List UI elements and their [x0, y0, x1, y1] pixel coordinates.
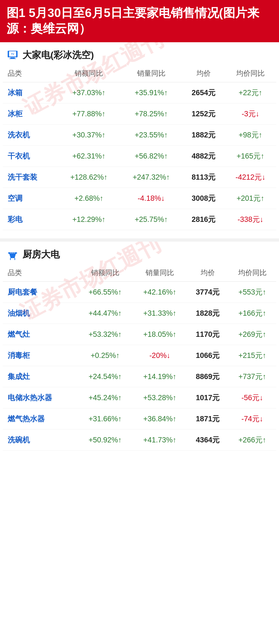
- cell-vol-yoy: +18.05%↑: [132, 324, 187, 345]
- col2-header-price: 均价: [187, 264, 228, 282]
- cell-price-yoy: +201元↑: [225, 188, 276, 209]
- cell-price-yoy: -3元↓: [225, 103, 276, 125]
- cell-name: 燃气热水器: [3, 408, 78, 430]
- svg-rect-2: [10, 58, 15, 58]
- cell-vol-yoy: -20%↓: [132, 345, 187, 366]
- col-header-price-yoy: 均价同比: [225, 65, 276, 82]
- cell-price-yoy: -4212元↓: [225, 167, 276, 188]
- svg-point-11: [12, 253, 13, 253]
- cell-price: 1170元: [187, 324, 228, 345]
- cell-price-yoy: +165元↑: [225, 146, 276, 167]
- section1-title: 大家电(彩冰洗空): [22, 49, 94, 61]
- table-row: 消毒柜 +0.25%↑ -20%↓ 1066元 +215元↑: [3, 345, 276, 366]
- svg-text:TV: TV: [11, 53, 14, 55]
- cell-vol-yoy: +78.25%↑: [120, 103, 182, 125]
- cell-sales-yoy: +24.54%↑: [78, 366, 132, 387]
- cell-sales-yoy: +77.88%↑: [58, 103, 120, 125]
- cell-price: 1066元: [187, 345, 228, 366]
- table-row: 洗干套装 +128.62%↑ +247.32%↑ 8113元 -4212元↓: [3, 167, 276, 188]
- section-divider: [0, 238, 279, 242]
- section2-table-header-row: 品类 销额同比 销量同比 均价 均价同比: [3, 264, 276, 282]
- table-row: 冰箱 +37.03%↑ +35.91%↑ 2654元 +22元↑: [3, 82, 276, 103]
- cell-price-yoy: -338元↓: [225, 209, 276, 230]
- cell-vol-yoy: +31.33%↑: [132, 303, 187, 324]
- cell-name: 冰柜: [3, 103, 58, 125]
- cell-name: 洗衣机: [3, 125, 58, 146]
- cell-name: 洗干套装: [3, 167, 58, 188]
- cell-price: 3008元: [183, 188, 225, 209]
- cell-price: 3774元: [187, 282, 228, 303]
- cell-price-yoy: +98元↑: [225, 125, 276, 146]
- section-kitchen-appliances: 证券市场红週刊 厨房大电 品类 销额同比 销量同比: [0, 242, 279, 459]
- table-row: 集成灶 +24.54%↑ +14.19%↑ 8869元 +737元↑: [3, 366, 276, 387]
- page-header: 图1 5月30日至6月5日主要家电销售情况(图片来源：奥维云网）: [0, 0, 279, 42]
- cell-price-yoy: -56元↓: [228, 387, 276, 408]
- section1-table: 品类 销额同比 销量同比 均价 均价同比 冰箱 +37.03%↑ +35.91%…: [3, 65, 276, 230]
- table-row: 燃气热水器 +31.66%↑ +36.84%↑ 1871元 -74元↓: [3, 408, 276, 430]
- cell-price: 8113元: [183, 167, 225, 188]
- cell-name: 洗碗机: [3, 430, 78, 451]
- cell-name: 厨电套餐: [3, 282, 78, 303]
- cell-name: 集成灶: [3, 366, 78, 387]
- table-row: 电储水热水器 +45.24%↑ +53.28%↑ 1017元 -56元↓: [3, 387, 276, 408]
- cell-price-yoy: -74元↓: [228, 408, 276, 430]
- cell-price-yoy: +737元↑: [228, 366, 276, 387]
- cell-price-yoy: +266元↑: [228, 430, 276, 451]
- col2-header-sales-yoy: 销额同比: [78, 264, 132, 282]
- section1-table-wrap: 品类 销额同比 销量同比 均价 均价同比 冰箱 +37.03%↑ +35.91%…: [0, 65, 279, 230]
- cell-name: 油烟机: [3, 303, 78, 324]
- svg-point-12: [14, 253, 15, 253]
- page-title: 图1 5月30日至6月5日主要家电销售情况(图片来源：奥维云网）: [7, 5, 272, 36]
- col-header-vol-yoy: 销量同比: [120, 65, 182, 82]
- col2-header-price-yoy: 均价同比: [228, 264, 276, 282]
- cell-price-yoy: +553元↑: [228, 282, 276, 303]
- table-row: 彩电 +12.29%↑ +25.75%↑ 2816元 -338元↓: [3, 209, 276, 230]
- col-header-price: 均价: [183, 65, 225, 82]
- cell-vol-yoy: +247.32%↑: [120, 167, 182, 188]
- table-row: 空调 +2.68%↑ -4.18%↓ 3008元 +201元↑: [3, 188, 276, 209]
- cell-price-yoy: +269元↑: [228, 324, 276, 345]
- cell-sales-yoy: +62.31%↑: [58, 146, 120, 167]
- cell-price: 4882元: [183, 146, 225, 167]
- cell-sales-yoy: +53.32%↑: [78, 324, 132, 345]
- cell-sales-yoy: +30.37%↑: [58, 125, 120, 146]
- cell-name: 干衣机: [3, 146, 58, 167]
- table-row: 厨电套餐 +66.55%↑ +42.16%↑ 3774元 +553元↑: [3, 282, 276, 303]
- cell-vol-yoy: +41.73%↑: [132, 430, 187, 451]
- cell-sales-yoy: +37.03%↑: [58, 82, 120, 103]
- col2-header-category: 品类: [3, 264, 78, 282]
- cell-vol-yoy: +53.28%↑: [132, 387, 187, 408]
- cell-price: 2816元: [183, 209, 225, 230]
- cell-price-yoy: +215元↑: [228, 345, 276, 366]
- cell-sales-yoy: +66.55%↑: [78, 282, 132, 303]
- col-header-category: 品类: [3, 65, 58, 82]
- range-hood-icon: [7, 248, 19, 261]
- cell-price-yoy: +166元↑: [228, 303, 276, 324]
- svg-rect-7: [10, 257, 15, 258]
- table-row: 冰柜 +77.88%↑ +78.25%↑ 1252元 -3元↓: [3, 103, 276, 125]
- section2-table-wrap: 品类 销额同比 销量同比 均价 均价同比 厨电套餐 +66.55%↑ +42.1…: [0, 264, 279, 451]
- cell-price: 1252元: [183, 103, 225, 125]
- cell-sales-yoy: +12.29%↑: [58, 209, 120, 230]
- cell-vol-yoy: +14.19%↑: [132, 366, 187, 387]
- cell-sales-yoy: +0.25%↑: [78, 345, 132, 366]
- cell-price: 8869元: [187, 366, 228, 387]
- cell-price: 1882元: [183, 125, 225, 146]
- table-row: 油烟机 +44.47%↑ +31.33%↑ 1828元 +166元↑: [3, 303, 276, 324]
- cell-name: 彩电: [3, 209, 58, 230]
- cell-sales-yoy: +2.68%↑: [58, 188, 120, 209]
- cell-sales-yoy: +31.66%↑: [78, 408, 132, 430]
- cell-vol-yoy: -4.18%↓: [120, 188, 182, 209]
- cell-sales-yoy: +44.47%↑: [78, 303, 132, 324]
- cell-vol-yoy: +36.84%↑: [132, 408, 187, 430]
- cell-sales-yoy: +50.92%↑: [78, 430, 132, 451]
- table-row: 洗衣机 +30.37%↑ +23.55%↑ 1882元 +98元↑: [3, 125, 276, 146]
- svg-point-10: [11, 253, 12, 253]
- cell-name: 电储水热水器: [3, 387, 78, 408]
- col-header-sales-yoy: 销额同比: [58, 65, 120, 82]
- section1-header: TV 大家电(彩冰洗空): [0, 42, 279, 65]
- cell-vol-yoy: +56.82%↑: [120, 146, 182, 167]
- cell-price: 1017元: [187, 387, 228, 408]
- svg-marker-6: [9, 254, 16, 257]
- cell-price: 1828元: [187, 303, 228, 324]
